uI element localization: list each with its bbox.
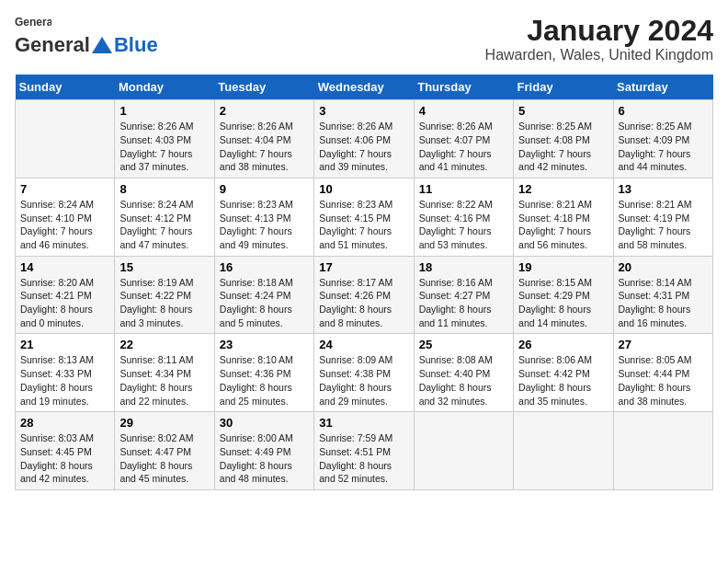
calendar-cell: 4Sunrise: 8:26 AMSunset: 4:07 PMDaylight… — [414, 100, 513, 178]
day-info: Sunrise: 8:26 AMSunset: 4:03 PMDaylight:… — [119, 120, 209, 174]
calendar-cell: 2Sunrise: 8:26 AMSunset: 4:04 PMDaylight… — [214, 100, 313, 178]
day-number: 9 — [220, 182, 309, 196]
calendar-cell: 13Sunrise: 8:21 AMSunset: 4:19 PMDayligh… — [613, 178, 712, 256]
calendar-cell: 23Sunrise: 8:10 AMSunset: 4:36 PMDayligh… — [214, 334, 313, 412]
day-number: 13 — [619, 182, 708, 196]
title-block: January 2024 Hawarden, Wales, United Kin… — [485, 15, 713, 63]
day-info: Sunrise: 8:24 AMSunset: 4:10 PMDaylight:… — [20, 198, 109, 252]
page-title: January 2024 — [485, 15, 713, 47]
day-number: 3 — [319, 104, 408, 118]
header-saturday: Saturday — [613, 75, 712, 100]
day-info: Sunrise: 8:10 AMSunset: 4:36 PMDaylight:… — [220, 353, 309, 408]
calendar-cell: 3Sunrise: 8:26 AMSunset: 4:06 PMDaylight… — [314, 100, 414, 178]
day-info: Sunrise: 8:26 AMSunset: 4:06 PMDaylight:… — [319, 120, 408, 174]
calendar-header-row: SundayMondayTuesdayWednesdayThursdayFrid… — [16, 75, 713, 100]
day-number: 27 — [619, 338, 708, 351]
day-number: 2 — [220, 104, 309, 118]
calendar-cell: 12Sunrise: 8:21 AMSunset: 4:18 PMDayligh… — [514, 178, 613, 256]
day-info: Sunrise: 8:19 AMSunset: 4:22 PMDaylight:… — [119, 276, 209, 330]
day-number: 29 — [119, 416, 209, 430]
day-info: Sunrise: 8:20 AMSunset: 4:21 PMDaylight:… — [20, 276, 109, 330]
calendar-week-row: 21Sunrise: 8:13 AMSunset: 4:33 PMDayligh… — [16, 334, 713, 412]
logo-blue: Blue — [114, 33, 158, 57]
day-info: Sunrise: 8:03 AMSunset: 4:45 PMDaylight:… — [20, 431, 109, 486]
calendar-cell: 6Sunrise: 8:25 AMSunset: 4:09 PMDaylight… — [613, 100, 712, 178]
calendar-cell: 31Sunrise: 7:59 AMSunset: 4:51 PMDayligh… — [314, 412, 414, 490]
calendar-cell: 28Sunrise: 8:03 AMSunset: 4:45 PMDayligh… — [16, 412, 115, 490]
day-info: Sunrise: 8:06 AMSunset: 4:42 PMDaylight:… — [518, 353, 608, 408]
calendar-week-row: 28Sunrise: 8:03 AMSunset: 4:45 PMDayligh… — [16, 412, 713, 490]
day-number: 31 — [319, 416, 408, 430]
logo-icon: General — [15, 15, 51, 31]
calendar-cell: 26Sunrise: 8:06 AMSunset: 4:42 PMDayligh… — [514, 334, 613, 412]
calendar-cell: 16Sunrise: 8:18 AMSunset: 4:24 PMDayligh… — [214, 256, 313, 334]
calendar-week-row: 14Sunrise: 8:20 AMSunset: 4:21 PMDayligh… — [16, 256, 713, 334]
day-number: 7 — [20, 182, 109, 196]
day-info: Sunrise: 8:22 AMSunset: 4:16 PMDaylight:… — [419, 198, 508, 252]
day-info: Sunrise: 8:08 AMSunset: 4:40 PMDaylight:… — [419, 353, 508, 408]
day-number: 26 — [518, 338, 608, 351]
calendar-cell: 10Sunrise: 8:23 AMSunset: 4:15 PMDayligh… — [314, 178, 414, 256]
day-info: Sunrise: 8:16 AMSunset: 4:27 PMDaylight:… — [419, 276, 508, 330]
header-wednesday: Wednesday — [314, 75, 414, 100]
day-info: Sunrise: 8:17 AMSunset: 4:26 PMDaylight:… — [319, 276, 408, 330]
calendar-cell — [514, 412, 613, 490]
day-info: Sunrise: 8:00 AMSunset: 4:49 PMDaylight:… — [220, 431, 309, 486]
svg-marker-1 — [92, 37, 112, 53]
day-info: Sunrise: 8:25 AMSunset: 4:08 PMDaylight:… — [518, 120, 608, 174]
calendar-cell: 19Sunrise: 8:15 AMSunset: 4:29 PMDayligh… — [514, 256, 613, 334]
day-number: 6 — [619, 104, 708, 118]
calendar-week-row: 1Sunrise: 8:26 AMSunset: 4:03 PMDaylight… — [16, 100, 713, 178]
calendar-cell: 17Sunrise: 8:17 AMSunset: 4:26 PMDayligh… — [314, 256, 414, 334]
calendar-cell: 9Sunrise: 8:23 AMSunset: 4:13 PMDaylight… — [214, 178, 313, 256]
logo: General General Blue — [15, 15, 158, 57]
calendar-cell: 21Sunrise: 8:13 AMSunset: 4:33 PMDayligh… — [16, 334, 115, 412]
calendar-table: SundayMondayTuesdayWednesdayThursdayFrid… — [15, 75, 713, 490]
calendar-cell: 25Sunrise: 8:08 AMSunset: 4:40 PMDayligh… — [414, 334, 513, 412]
calendar-cell: 30Sunrise: 8:00 AMSunset: 4:49 PMDayligh… — [214, 412, 313, 490]
day-info: Sunrise: 8:21 AMSunset: 4:19 PMDaylight:… — [619, 198, 708, 252]
day-info: Sunrise: 8:15 AMSunset: 4:29 PMDaylight:… — [518, 276, 608, 330]
day-info: Sunrise: 8:18 AMSunset: 4:24 PMDaylight:… — [220, 276, 309, 330]
day-info: Sunrise: 8:21 AMSunset: 4:18 PMDaylight:… — [518, 198, 608, 252]
day-number: 19 — [518, 260, 608, 274]
logo-triangle-icon — [92, 35, 112, 55]
day-number: 14 — [20, 260, 109, 274]
day-info: Sunrise: 8:23 AMSunset: 4:13 PMDaylight:… — [220, 198, 309, 252]
day-number: 28 — [20, 416, 109, 430]
day-number: 22 — [119, 338, 209, 351]
day-number: 24 — [319, 338, 408, 351]
page-header: General General Blue January 2024 Haward… — [15, 15, 713, 63]
day-info: Sunrise: 8:11 AMSunset: 4:34 PMDaylight:… — [119, 353, 209, 408]
header-thursday: Thursday — [414, 75, 513, 100]
logo-general: General — [15, 33, 90, 57]
calendar-cell — [613, 412, 712, 490]
day-number: 12 — [518, 182, 608, 196]
header-friday: Friday — [514, 75, 613, 100]
calendar-cell: 22Sunrise: 8:11 AMSunset: 4:34 PMDayligh… — [115, 334, 214, 412]
calendar-cell — [16, 100, 115, 178]
page-subtitle: Hawarden, Wales, United Kingdom — [485, 47, 713, 63]
calendar-cell: 7Sunrise: 8:24 AMSunset: 4:10 PMDaylight… — [16, 178, 115, 256]
day-info: Sunrise: 8:26 AMSunset: 4:04 PMDaylight:… — [220, 120, 309, 174]
calendar-cell: 5Sunrise: 8:25 AMSunset: 4:08 PMDaylight… — [514, 100, 613, 178]
calendar-cell: 14Sunrise: 8:20 AMSunset: 4:21 PMDayligh… — [16, 256, 115, 334]
day-number: 25 — [419, 338, 508, 351]
day-info: Sunrise: 8:23 AMSunset: 4:15 PMDaylight:… — [319, 198, 408, 252]
calendar-cell: 15Sunrise: 8:19 AMSunset: 4:22 PMDayligh… — [115, 256, 214, 334]
day-number: 18 — [419, 260, 508, 274]
header-monday: Monday — [115, 75, 214, 100]
calendar-cell: 20Sunrise: 8:14 AMSunset: 4:31 PMDayligh… — [613, 256, 712, 334]
day-number: 15 — [119, 260, 209, 274]
calendar-cell: 18Sunrise: 8:16 AMSunset: 4:27 PMDayligh… — [414, 256, 513, 334]
day-number: 10 — [319, 182, 408, 196]
calendar-cell: 8Sunrise: 8:24 AMSunset: 4:12 PMDaylight… — [115, 178, 214, 256]
header-tuesday: Tuesday — [214, 75, 313, 100]
day-number: 4 — [419, 104, 508, 118]
svg-text:General: General — [15, 16, 51, 29]
header-sunday: Sunday — [16, 75, 115, 100]
day-info: Sunrise: 8:26 AMSunset: 4:07 PMDaylight:… — [419, 120, 508, 174]
calendar-week-row: 7Sunrise: 8:24 AMSunset: 4:10 PMDaylight… — [16, 178, 713, 256]
day-number: 23 — [220, 338, 309, 351]
day-number: 30 — [220, 416, 309, 430]
